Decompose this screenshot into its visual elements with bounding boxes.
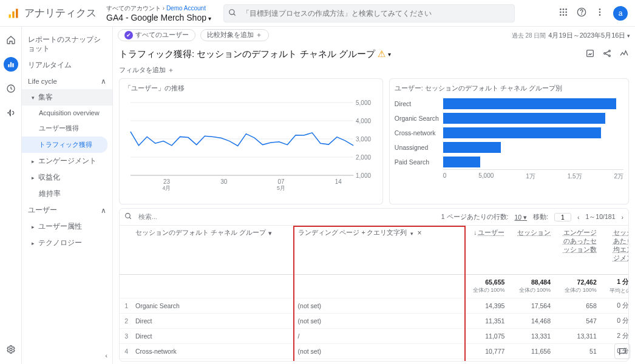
chip-all-users[interactable]: ✔すべてのユーザー (118, 29, 195, 41)
bar-row: Direct (395, 96, 623, 111)
svg-rect-0 (9, 14, 11, 18)
customize-icon[interactable] (585, 49, 595, 60)
nav-user-acq[interactable]: ユーザー獲得 (22, 120, 112, 136)
svg-text:30: 30 (220, 178, 227, 185)
breadcrumb[interactable]: すべてのアカウント › Demo Account (106, 4, 211, 13)
share-icon[interactable] (602, 49, 612, 60)
summary-row: 65,655全体の 100% 88,484全体の 100% 72,462全体の … (120, 275, 628, 298)
nav-snapshot[interactable]: レポートのスナップショット (22, 32, 112, 57)
nav-retention[interactable]: 維持率 (22, 186, 112, 202)
svg-point-13 (565, 14, 567, 16)
goto-input[interactable] (554, 213, 571, 221)
line-chart: 5,000 4,000 3,000 2,000 1,000 23 4月 30 0… (124, 96, 378, 200)
bar-row: Cross-network (395, 126, 623, 140)
nav-user-attributes[interactable]: ▸ユーザー属性 (22, 218, 112, 235)
svg-rect-20 (10, 62, 11, 67)
nav-realtime[interactable]: リアルタイム (22, 57, 112, 73)
svg-point-25 (604, 52, 606, 54)
nav-monetization[interactable]: ▸収益化 (22, 169, 112, 186)
bar-chart: DirectOrganic SearchCross-networkUnassig… (395, 96, 623, 200)
svg-point-10 (565, 12, 567, 13)
nav-user-section[interactable]: ユーザー∧ (22, 202, 112, 218)
svg-point-11 (560, 14, 562, 16)
table-row[interactable]: 1Organic Search(not set)14,39517,5646580… (120, 298, 628, 314)
nav-technology[interactable]: ▸テクノロジー (22, 235, 112, 251)
avatar[interactable]: a (613, 6, 628, 21)
add-filter[interactable]: フィルタを追加 ＋ (119, 66, 174, 73)
svg-rect-2 (16, 8, 18, 18)
more-icon[interactable] (595, 7, 605, 19)
insights-icon[interactable] (619, 49, 629, 60)
chip-add-comparison[interactable]: 比較対象を追加 ＋ (200, 29, 269, 41)
bar-row: Unassigned (395, 140, 623, 155)
svg-rect-1 (12, 11, 14, 18)
settings-icon[interactable] (4, 342, 18, 357)
col-landing-page[interactable]: ランディング ページ + クエリ文字列× (294, 226, 464, 275)
rows-per-page-label: 1 ページあたりの行数: (441, 213, 509, 221)
table-search-label[interactable]: 検索... (138, 213, 157, 221)
apps-icon[interactable] (559, 7, 568, 19)
table-row[interactable]: 5Organic Search/10,11111,89511,8601 分 40… (120, 359, 628, 362)
svg-point-8 (560, 12, 562, 13)
svg-point-5 (560, 8, 562, 10)
table-row[interactable]: 4Cross-network(not set)10,77711,656510 分… (120, 344, 628, 359)
search-icon (228, 8, 237, 19)
explore-icon[interactable] (4, 81, 18, 96)
svg-text:3,000: 3,000 (356, 136, 371, 143)
data-table: 検索... 1 ページあたりの行数: 10 ▾ 移動: ‹ 1～10/181 › (119, 208, 629, 362)
feedback-icon[interactable] (614, 343, 630, 359)
svg-text:1,000: 1,000 (356, 172, 371, 179)
page-next-icon[interactable]: › (622, 214, 624, 221)
svg-rect-19 (8, 64, 9, 67)
rows-per-page-select[interactable]: 10 ▾ (515, 214, 528, 221)
nav-acquisition[interactable]: ▾集客 (22, 89, 112, 106)
goto-label: 移動: (533, 213, 548, 221)
line-chart-title: 「ユーザー」の推移 (124, 84, 378, 93)
svg-text:23: 23 (163, 178, 170, 185)
svg-rect-24 (587, 50, 594, 56)
svg-text:2,000: 2,000 (356, 154, 371, 161)
svg-point-16 (599, 8, 601, 10)
bar-row: Paid Search (395, 155, 623, 169)
svg-point-15 (582, 14, 582, 15)
col-engaged-sessions[interactable]: エンゲージ のあったセ ッション数 (554, 226, 600, 275)
remove-secondary-dim-icon[interactable]: × (417, 229, 421, 237)
svg-text:4,000: 4,000 (356, 118, 371, 124)
collapse-nav-icon[interactable]: ‹ (105, 352, 107, 359)
svg-line-4 (234, 13, 236, 15)
table-search-icon[interactable] (124, 212, 132, 221)
page-range: 1～10/181 (586, 213, 616, 221)
table-row[interactable]: 3Direct/11,07513,33113,3112 分 06 秒1.2032 (120, 329, 628, 344)
home-icon[interactable] (4, 33, 18, 47)
svg-point-7 (565, 8, 567, 10)
bar-chart-title: ユーザー: セッションのデフォルト チャネル グループ別 (395, 84, 623, 93)
page-title: トラフィック獲得: セッションのデフォルト チャネル グループ ⚠ ▾ (119, 49, 391, 60)
table-row[interactable]: 2Direct(not set)11,35114,4685470 分 01 秒0… (120, 314, 628, 329)
page-prev-icon[interactable]: ‹ (577, 214, 580, 221)
warning-icon[interactable]: ⚠ (378, 49, 385, 59)
svg-line-46 (129, 217, 131, 219)
nav-acq-overview[interactable]: Acquisition overview (22, 106, 112, 120)
svg-point-6 (563, 8, 565, 10)
col-channel-group[interactable]: セッションのデフォルト チャネル グループ ▾ (132, 226, 294, 275)
svg-point-27 (609, 55, 611, 56)
nav-lifecycle[interactable]: Life cycle∧ (22, 73, 112, 89)
help-icon[interactable] (577, 7, 586, 19)
reports-icon[interactable] (4, 57, 18, 72)
svg-point-18 (599, 14, 601, 16)
bar-chart-card: ユーザー: セッションのデフォルト チャネル グループ別 DirectOrgan… (389, 78, 629, 204)
nav-engagement[interactable]: ▸エンゲージメント (22, 153, 112, 169)
line-chart-card: 「ユーザー」の推移 5,000 4,000 3,000 2,000 1,000 … (119, 78, 383, 204)
svg-point-17 (599, 12, 601, 13)
date-range-picker[interactable]: 過去 28 日間4月19日～2023年5月16日 (512, 31, 630, 40)
col-avg-engagement-time[interactable]: セッション あたりの平 均エンゲー ジメント時 間 (600, 226, 628, 275)
nav-traffic-acq[interactable]: トラフィック獲得 (22, 136, 107, 153)
property-selector[interactable]: GA4 - Google Merch Shop (106, 13, 211, 22)
search-input[interactable] (223, 4, 515, 22)
svg-point-3 (229, 9, 234, 14)
svg-text:4月: 4月 (163, 185, 171, 191)
svg-text:14: 14 (335, 178, 342, 185)
col-sessions[interactable]: セッション (508, 226, 554, 275)
advertising-icon[interactable] (4, 106, 18, 120)
col-users[interactable]: ↓ユーザー (464, 226, 509, 275)
